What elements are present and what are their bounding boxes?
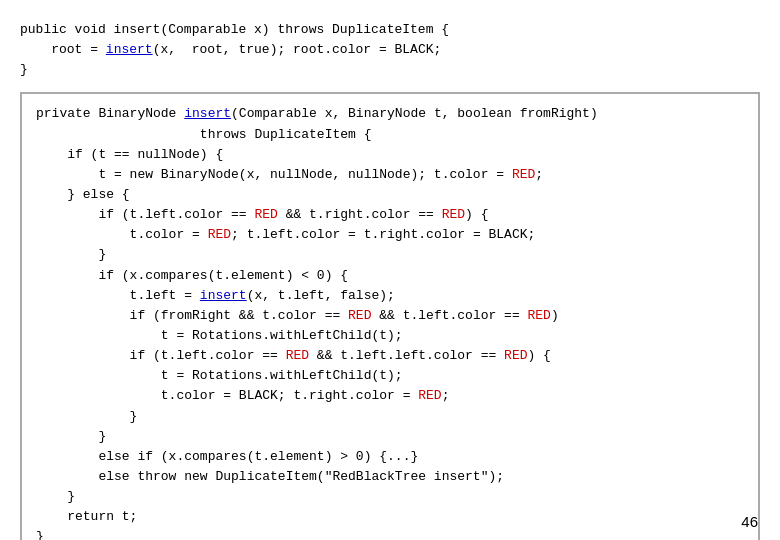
box-line-1: private BinaryNode insert(Comparable x, … [36,104,744,124]
box-line-9: if (x.compares(t.element) < 0) { [36,266,744,286]
box-line-18: else if (x.compares(t.element) > 0) {...… [36,447,744,467]
box-line-12: t = Rotations.withLeftChild(t); [36,326,744,346]
box-line-8: } [36,245,744,265]
page-number: 46 [741,513,758,530]
box-line-6: if (t.left.color == RED && t.right.color… [36,205,744,225]
red-2: RED [254,207,277,222]
box-line-5: } else { [36,185,744,205]
red-8: RED [504,348,527,363]
main-code-box: private BinaryNode insert(Comparable x, … [20,92,760,540]
box-line-22: } [36,527,744,540]
box-line-13: if (t.left.color == RED && t.left.left.c… [36,346,744,366]
box-line-17: } [36,427,744,447]
red-7: RED [286,348,309,363]
box-line-21: return t; [36,507,744,527]
insert-fn-1: insert [184,106,231,121]
box-line-16: } [36,407,744,427]
slide-content: public void insert(Comparable x) throws … [0,0,780,540]
red-5: RED [348,308,371,323]
box-line-7: t.color = RED; t.left.color = t.right.co… [36,225,744,245]
insert-fn-top: insert [106,42,153,57]
top-line-2: root = insert(x, root, true); root.color… [20,40,760,60]
box-line-11: if (fromRight && t.color == RED && t.lef… [36,306,744,326]
insert-fn-2: insert [200,288,247,303]
red-1: RED [512,167,535,182]
red-3: RED [442,207,465,222]
top-code-block: public void insert(Comparable x) throws … [20,18,760,88]
top-line-3: } [20,60,760,80]
red-6: RED [528,308,551,323]
red-4: RED [208,227,231,242]
box-line-10: t.left = insert(x, t.left, false); [36,286,744,306]
box-line-3: if (t == nullNode) { [36,145,744,165]
box-line-4: t = new BinaryNode(x, nullNode, nullNode… [36,165,744,185]
box-line-15: t.color = BLACK; t.right.color = RED; [36,386,744,406]
box-line-2: throws DuplicateItem { [36,125,744,145]
red-9: RED [418,388,441,403]
box-line-19: else throw new DuplicateItem("RedBlackTr… [36,467,744,487]
top-line-1: public void insert(Comparable x) throws … [20,20,760,40]
box-line-20: } [36,487,744,507]
box-line-14: t = Rotations.withLeftChild(t); [36,366,744,386]
